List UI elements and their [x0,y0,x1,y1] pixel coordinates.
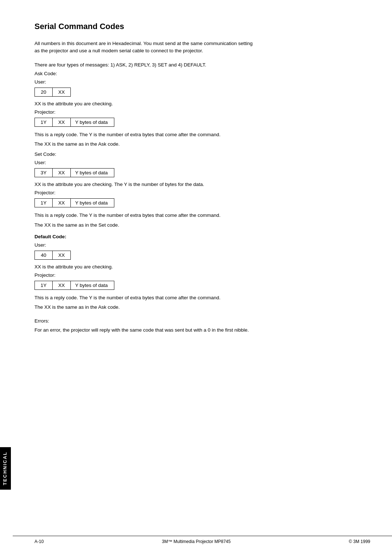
ask-projector-label: Projector: [34,109,367,115]
set-reply-text2: The XX is the same as in the Set code. [34,222,367,229]
default-user-cell-xx: XX [53,251,71,260]
sidebar-technical-label: TECHNICAL [0,447,11,490]
ask-user-cell-xx: XX [53,88,71,97]
ask-user-label: User: [34,79,367,85]
ask-projector-cell-xx: XX [53,118,71,127]
intro-line1: All numbers in this document are in Hexa… [34,41,253,46]
footer-product-name: 3M™ Multimedia Projector MP8745 [162,539,230,544]
ask-reply-text1: This is a reply code. The Y is the numbe… [34,131,367,138]
default-projector-table: 1Y XX Y bytes of data [34,281,367,290]
default-user-table: 40 XX [34,251,367,260]
set-code-section: Set Code: User: 3Y XX Y bytes of data XX… [34,151,367,229]
set-projector-cell-1y: 1Y [34,198,53,207]
set-projector-table: 1Y XX Y bytes of data [34,198,367,207]
default-user-note: XX is the attribute you are checking. [34,264,367,270]
default-user-label: User: [34,242,367,248]
ask-projector-table: 1Y XX Y bytes of data [34,118,367,127]
default-projector-cell-data: Y bytes of data [71,281,114,290]
ask-projector-cell-data: Y bytes of data [71,118,114,127]
set-projector-label: Projector: [34,190,367,195]
set-user-note: XX is the attribute you are checking. Th… [34,182,367,187]
default-reply-text1: This is a reply code. The Y is the numbe… [34,294,367,301]
set-user-cell-xx: XX [53,168,71,177]
ask-projector-cell-1y: 1Y [34,118,53,127]
ask-reply-text2: The XX is the same as in the Ask code. [34,141,367,148]
errors-label: Errors: [34,318,367,324]
set-user-label: User: [34,160,367,165]
set-code-label: Set Code: [34,151,367,157]
default-user-cell-40: 40 [34,251,53,260]
footer-page-number: A-10 [34,539,44,544]
ask-user-note: XX is the attribute you are checking. [34,101,367,106]
errors-section: Errors: For an error, the projector will… [34,318,367,334]
set-projector-cell-xx: XX [53,198,71,207]
page-title: Serial Command Codes [34,22,367,31]
set-user-table: 3Y XX Y bytes of data [34,168,367,177]
set-reply-text1: This is a reply code. The Y is the numbe… [34,212,367,219]
ask-user-table: 20 XX [34,88,367,97]
default-code-section: Default Code: User: 40 XX XX is the attr… [34,234,367,311]
default-projector-cell-1y: 1Y [34,281,53,290]
intro-line2: as the projector and use a null modem se… [34,48,203,53]
page-footer: A-10 3M™ Multimedia Projector MP8745 © 3… [13,536,392,544]
set-user-cell-3y: 3Y [34,168,53,177]
default-projector-cell-xx: XX [53,281,71,290]
intro-paragraph: All numbers in this document are in Hexa… [34,40,367,55]
ask-code-label: Ask Code: [34,71,367,76]
set-user-cell-data: Y bytes of data [71,168,114,177]
set-projector-cell-data: Y bytes of data [71,198,114,207]
default-projector-label: Projector: [34,272,367,278]
errors-text: For an error, the projector will reply w… [34,327,367,334]
footer-copyright: © 3M 1999 [349,539,370,544]
default-code-label: Default Code: [34,234,367,239]
messages-intro: There are four types of messages: 1) ASK… [34,61,367,69]
default-reply-text2: The XX is the same as in the Ask code. [34,304,367,311]
ask-user-cell-20: 20 [34,88,53,97]
ask-code-section: Ask Code: User: 20 XX XX is the attribut… [34,71,367,148]
